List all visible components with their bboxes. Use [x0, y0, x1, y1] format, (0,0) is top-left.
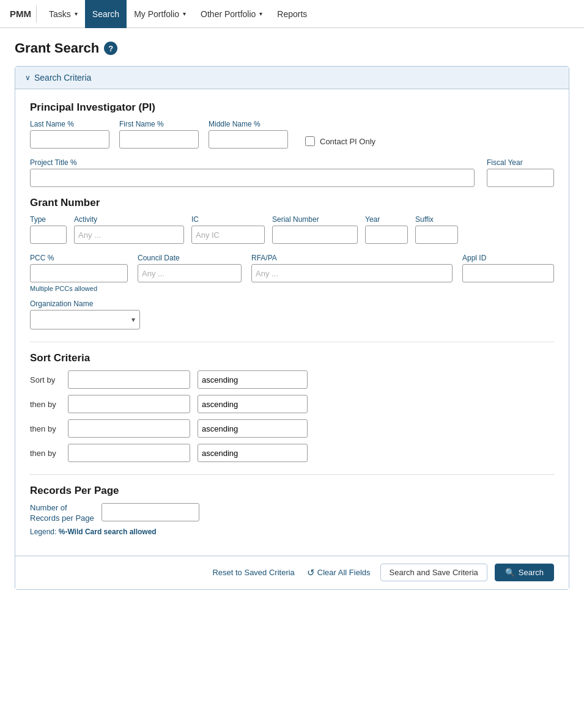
grant-activity-input[interactable]: [74, 226, 184, 244]
appl-id-input[interactable]: [462, 264, 554, 282]
appl-id-label: Appl ID: [462, 254, 554, 262]
chevron-down-icon: ∨: [25, 73, 31, 82]
fiscal-year-input[interactable]: [487, 169, 554, 187]
reset-button[interactable]: Reset to Saved Criteria: [210, 564, 297, 581]
middle-name-label: Middle Name %: [209, 120, 288, 128]
first-name-field: First Name %: [119, 120, 199, 149]
search-button[interactable]: 🔍 Search: [495, 564, 554, 581]
last-name-field: Last Name %: [30, 120, 109, 149]
other-portfolio-caret-icon: ▾: [259, 0, 262, 28]
pcc-row: PCC % Council Date RFA/PA Appl ID: [30, 254, 554, 282]
org-label: Organization Name: [30, 300, 554, 308]
panel-header-label: Search Criteria: [34, 73, 91, 83]
sort-section-title: Sort Criteria: [30, 352, 554, 364]
last-name-input[interactable]: [30, 130, 109, 149]
then-by-direction-3[interactable]: [198, 444, 308, 462]
navbar: PMM Tasks ▾ Search My Portfolio ▾ Other …: [0, 0, 584, 28]
panel-header[interactable]: ∨ Search Criteria: [15, 67, 569, 89]
legend-text: Legend: %-Wild Card search allowed: [30, 528, 554, 536]
sort-row-1: Sort by: [30, 370, 554, 389]
grant-serial-field: Serial Number: [272, 215, 358, 244]
sort-by-input[interactable]: [68, 370, 190, 389]
grant-year-label: Year: [365, 215, 408, 224]
page-title-wrap: Grant Search ?: [15, 40, 569, 56]
page-content: Grant Search ? ∨ Search Criteria Princip…: [0, 28, 584, 602]
grant-suffix-label: Suffix: [415, 215, 458, 224]
page-title-text: Grant Search: [15, 40, 99, 56]
then-by-label-1: then by: [30, 400, 61, 409]
last-name-label: Last Name %: [30, 120, 109, 128]
sort-by-label: Sort by: [30, 375, 61, 384]
pi-row: Last Name % First Name % Middle Name % C…: [30, 120, 554, 149]
section-divider-2: [30, 474, 554, 475]
contact-pi-wrap: Contact PI Only: [305, 136, 375, 149]
nav-other-portfolio[interactable]: Other Portfolio ▾: [193, 0, 270, 28]
grant-suffix-input[interactable]: [415, 226, 458, 244]
records-section-title: Records Per Page: [30, 485, 554, 497]
then-by-direction-2[interactable]: [198, 419, 308, 438]
section-divider-1: [30, 342, 554, 342]
grant-activity-label: Activity: [74, 215, 184, 224]
sort-row-2: then by: [30, 395, 554, 413]
refresh-icon: ↺: [307, 567, 315, 578]
search-panel: ∨ Search Criteria Principal Investigator…: [15, 66, 569, 590]
grant-year-input[interactable]: [365, 226, 408, 244]
grant-ic-input[interactable]: [191, 226, 265, 244]
grant-suffix-field: Suffix: [415, 215, 458, 244]
pcc-label: PCC %: [30, 254, 128, 262]
sort-by-direction[interactable]: [198, 370, 308, 389]
org-select-wrap: ▾: [30, 310, 140, 329]
sort-row-3: then by: [30, 419, 554, 438]
grant-ic-field: IC: [191, 215, 265, 244]
then-by-input-3[interactable]: [68, 444, 190, 462]
clear-button[interactable]: ↺ Clear All Fields: [305, 564, 373, 582]
contact-pi-checkbox[interactable]: [305, 136, 315, 146]
project-title-label: Project Title %: [30, 158, 475, 167]
first-name-input[interactable]: [119, 130, 199, 149]
project-fiscal-row: Project Title % Fiscal Year: [30, 158, 554, 187]
grant-ic-label: IC: [191, 215, 265, 224]
multi-pcc-note: Multiple PCCs allowed: [30, 285, 554, 292]
rfa-input[interactable]: [251, 264, 453, 282]
fiscal-year-label: Fiscal Year: [487, 158, 554, 167]
brand: PMM: [10, 9, 31, 19]
help-icon[interactable]: ?: [104, 42, 117, 55]
nav-my-portfolio[interactable]: My Portfolio ▾: [127, 0, 193, 28]
grant-type-input[interactable]: [30, 226, 67, 244]
records-label: Number ofRecords per Page: [30, 503, 94, 524]
grant-activity-field: Activity: [74, 215, 184, 244]
org-select[interactable]: [30, 310, 140, 329]
project-title-field: Project Title %: [30, 158, 475, 187]
records-per-page-section: Records Per Page Number ofRecords per Pa…: [30, 485, 554, 536]
nav-tasks[interactable]: Tasks ▾: [42, 0, 85, 28]
nav-search[interactable]: Search: [85, 0, 127, 28]
then-by-direction-1[interactable]: [198, 395, 308, 413]
grant-type-label: Type: [30, 215, 67, 224]
pi-section-title: Principal Investigator (PI): [30, 101, 554, 114]
appl-id-field: Appl ID: [462, 254, 554, 282]
search-save-button[interactable]: Search and Save Criteria: [380, 564, 487, 581]
search-button-icon: 🔍: [505, 568, 515, 577]
then-by-input-2[interactable]: [68, 419, 190, 438]
grant-serial-input[interactable]: [272, 226, 358, 244]
middle-name-field: Middle Name %: [209, 120, 288, 149]
records-per-page-input[interactable]: [102, 503, 199, 521]
then-by-input-1[interactable]: [68, 395, 190, 413]
project-title-input[interactable]: [30, 169, 475, 187]
rfa-label: RFA/PA: [251, 254, 453, 262]
grant-number-row: Type Activity IC Serial Number Year: [30, 215, 554, 244]
contact-pi-label: Contact PI Only: [320, 137, 375, 146]
nav-reports[interactable]: Reports: [270, 0, 314, 28]
council-date-label: Council Date: [138, 254, 242, 262]
sort-criteria-section: Sort Criteria Sort by then by then by: [30, 352, 554, 462]
pcc-field: PCC %: [30, 254, 128, 282]
grant-year-field: Year: [365, 215, 408, 244]
grant-section-title: Grant Number: [30, 197, 554, 209]
panel-body: Principal Investigator (PI) Last Name % …: [15, 89, 569, 556]
middle-name-input[interactable]: [209, 130, 288, 149]
pcc-input[interactable]: [30, 264, 128, 282]
panel-footer: Reset to Saved Criteria ↺ Clear All Fiel…: [15, 556, 569, 589]
org-row: Organization Name ▾: [30, 300, 554, 329]
council-date-input[interactable]: [138, 264, 242, 282]
council-date-field: Council Date: [138, 254, 242, 282]
